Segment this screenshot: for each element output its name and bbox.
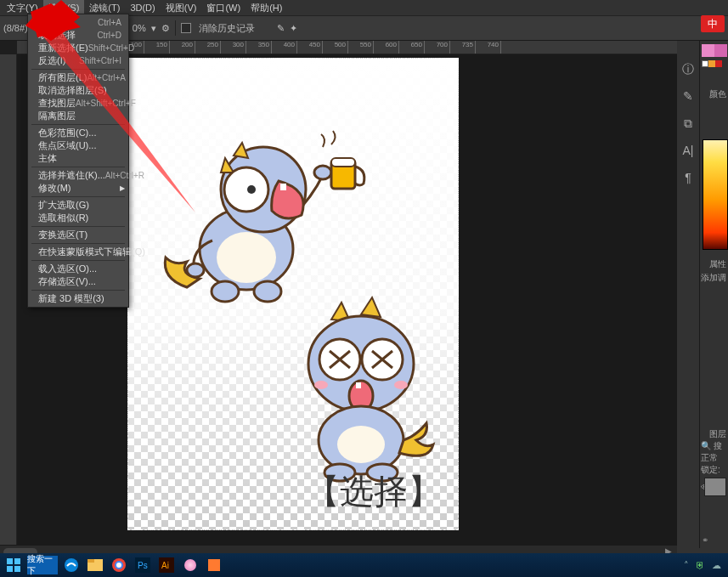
- svg-point-31: [65, 558, 78, 572]
- layer-panel-footer: ⚭: [702, 535, 708, 545]
- menu-item-save-selection[interactable]: 存储选区(V)...: [28, 275, 128, 288]
- menu-item-color-range[interactable]: 色彩范围(C)...: [28, 127, 128, 139]
- cartoon-dinosaur-2: [280, 296, 450, 483]
- svg-point-25: [314, 381, 328, 389]
- type-icon[interactable]: A|: [680, 143, 696, 158]
- ruler-vertical: [0, 54, 17, 545]
- svg-rect-13: [280, 184, 286, 190]
- menu-item-select-mask[interactable]: 选择并遮住(K)...Alt+Ctrl+R: [28, 169, 128, 182]
- menu-item-deselect-layers[interactable]: 取消选择图层(S): [28, 84, 128, 97]
- svg-rect-27: [7, 558, 13, 564]
- svg-point-7: [254, 281, 281, 302]
- svg-point-12: [247, 185, 256, 194]
- edit-icon[interactable]: ✎: [277, 23, 285, 34]
- menu-item-find-layers[interactable]: 查找图层Alt+Shift+Ctrl+F: [28, 97, 128, 110]
- right-tool-strip: ⓘ ✎ ⧉ A| ¶: [677, 61, 699, 185]
- taskbar-search[interactable]: 搜索一下: [27, 556, 58, 574]
- menu-item-modify[interactable]: 修改(M): [28, 182, 128, 195]
- paragraph-icon[interactable]: ¶: [680, 170, 696, 185]
- svg-point-9: [314, 166, 331, 179]
- svg-point-36: [116, 563, 121, 568]
- menu-item-subject[interactable]: 主体: [28, 152, 128, 165]
- photoshop-taskbar-icon[interactable]: Ps: [133, 556, 153, 574]
- menu-item-deselect[interactable]: 取消选择Ctrl+D: [28, 29, 128, 42]
- link-icon[interactable]: ⚭: [702, 535, 708, 545]
- illustrator-icon[interactable]: Ai: [156, 556, 177, 574]
- tray-up-icon[interactable]: ˄: [684, 560, 689, 571]
- history-icon[interactable]: ⓘ: [680, 61, 696, 76]
- svg-point-26: [394, 381, 408, 389]
- svg-rect-28: [14, 558, 20, 564]
- start-button[interactable]: [3, 556, 24, 574]
- properties-sub-label: 添加调: [701, 272, 726, 284]
- clone-icon[interactable]: ⧉: [680, 116, 696, 131]
- gear-icon[interactable]: ⚙: [161, 23, 170, 34]
- history-checkbox[interactable]: [181, 23, 191, 33]
- dropdown-arrow-icon[interactable]: ▾: [151, 23, 156, 34]
- layer-thumbnail[interactable]: [704, 478, 726, 496]
- menu-item-isolate-layers[interactable]: 隔离图层: [28, 110, 128, 122]
- svg-point-8: [187, 263, 204, 277]
- explorer-icon[interactable]: [85, 556, 105, 574]
- app-orange-icon[interactable]: [204, 556, 224, 574]
- menu-view[interactable]: 视图(V): [161, 0, 202, 16]
- edge-icon[interactable]: [61, 556, 82, 574]
- menu-item-new-3d[interactable]: 新建 3D 模型(3): [28, 292, 128, 305]
- tray-shield-icon[interactable]: ⛨: [696, 560, 705, 571]
- ime-badge[interactable]: 中: [701, 15, 725, 32]
- menu-window[interactable]: 窗口(W): [201, 0, 245, 16]
- menu-help[interactable]: 帮助(H): [245, 0, 287, 16]
- tray-cloud-icon[interactable]: ☁: [712, 560, 721, 571]
- svg-text:Ps: Ps: [138, 561, 148, 570]
- chrome-icon[interactable]: [109, 556, 129, 574]
- layer-blend-mode[interactable]: 正常: [699, 452, 728, 464]
- history-label: 消除历史记录: [199, 22, 255, 35]
- menu-item-inverse[interactable]: 反选(I)Shift+Ctrl+I: [28, 54, 128, 67]
- canvas[interactable]: 【选择】: [127, 58, 459, 530]
- menu-item-load-selection[interactable]: 载入选区(O)...: [28, 263, 128, 275]
- menu-item-select-all[interactable]: 全选Ctrl+A: [28, 16, 128, 29]
- color-gradient[interactable]: [703, 139, 728, 250]
- butterfly-icon[interactable]: ✦: [290, 23, 297, 34]
- svg-rect-30: [14, 566, 20, 572]
- svg-rect-29: [7, 566, 13, 572]
- app-pink-icon[interactable]: [180, 556, 200, 574]
- menu-item-transform[interactable]: 变换选区(T): [28, 229, 128, 241]
- menu-3d[interactable]: 3D(D): [125, 1, 160, 14]
- system-tray: ˄ ⛨ ☁: [684, 560, 728, 571]
- menu-item-reselect[interactable]: 重新选择(E)Shift+Ctrl+D: [28, 42, 128, 54]
- layers-panel: 🔍 搜 正常 锁定: 👁: [699, 440, 728, 498]
- menu-item-grow[interactable]: 扩大选取(G): [28, 199, 128, 212]
- svg-rect-20: [356, 382, 361, 388]
- properties-panel-tab[interactable]: 属性: [709, 258, 726, 270]
- svg-point-11: [224, 167, 268, 212]
- svg-point-6: [212, 281, 239, 302]
- svg-rect-15: [331, 158, 355, 167]
- brush-icon[interactable]: ✎: [680, 88, 696, 104]
- svg-point-5: [217, 232, 276, 283]
- color-panel-tab[interactable]: 颜色: [709, 88, 726, 100]
- svg-rect-33: [87, 559, 94, 563]
- menu-item-all-layers[interactable]: 所有图层(L)Alt+Ctrl+A: [28, 71, 128, 84]
- resize-indicator: (8/8#): [3, 23, 28, 33]
- menu-item-focus-area[interactable]: 焦点区域(U)...: [28, 139, 128, 152]
- svg-text:Ai: Ai: [161, 561, 169, 570]
- swatch-preview: [702, 44, 727, 67]
- svg-point-22: [337, 426, 385, 463]
- cartoon-dinosaur-1: [153, 109, 365, 313]
- watermark-text: 【选择】: [306, 468, 442, 515]
- layer-lock: 锁定:: [699, 464, 728, 476]
- select-menu-dropdown: 全选Ctrl+A 取消选择Ctrl+D 重新选择(E)Shift+Ctrl+D …: [27, 14, 129, 308]
- layer-search[interactable]: 🔍 搜: [699, 440, 728, 452]
- menu-item-similar[interactable]: 选取相似(R): [28, 212, 128, 224]
- menu-item-quick-mask[interactable]: 在快速蒙版模式下编辑(Q): [28, 246, 128, 258]
- panel-dock: 颜色 属性 添加调 图层 🔍 搜 正常 锁定: 👁 ⚭: [699, 41, 728, 548]
- windows-taskbar: 搜索一下 Ps Ai ˄ ⛨ ☁: [0, 553, 728, 577]
- layers-panel-tab[interactable]: 图层: [709, 428, 726, 440]
